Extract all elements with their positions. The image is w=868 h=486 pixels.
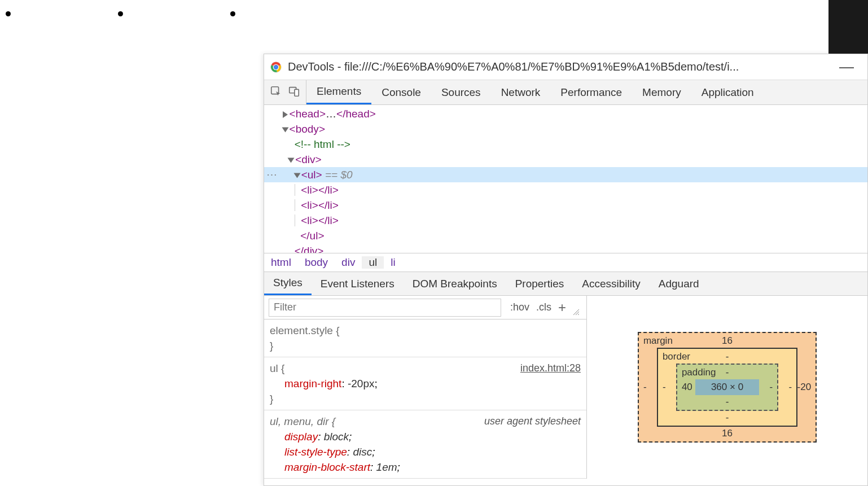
box-model[interactable]: margin 16 16 - -20 border - - - - paddin… [638, 332, 817, 443]
tree-node-li[interactable]: <li></li> [264, 198, 867, 213]
rule-ul[interactable]: ul {index.html:28 margin-right: -20px; } [264, 357, 586, 410]
breadcrumb-ul[interactable]: ul [362, 256, 384, 269]
chrome-icon [270, 61, 282, 73]
resize-corner-icon[interactable] [573, 307, 580, 313]
tab-adguard[interactable]: Adguard [650, 272, 708, 295]
tab-console[interactable]: Console [371, 80, 431, 104]
tab-dom-breakpoints[interactable]: DOM Breakpoints [404, 272, 506, 295]
page-bullets [0, 0, 868, 28]
filter-extras: :hov .cls + [503, 300, 586, 316]
rule-ua[interactable]: ul, menu, dir {user agent stylesheet dis… [264, 410, 586, 479]
tab-network[interactable]: Network [491, 80, 551, 104]
tab-event-listeners[interactable]: Event Listeners [312, 272, 404, 295]
plus-icon[interactable]: + [558, 300, 566, 316]
bullet [230, 11, 235, 16]
tab-accessibility[interactable]: Accessibility [573, 272, 649, 295]
tool-icons [264, 80, 306, 104]
tree-node-body[interactable]: <body> [264, 121, 867, 137]
tree-node-div-close[interactable]: </div> [264, 243, 867, 253]
box-margin: margin 16 16 - -20 border - - - - paddin… [638, 332, 817, 443]
cls-toggle[interactable]: .cls [536, 301, 551, 313]
sub-tabs: Styles Event Listeners DOM Breakpoints P… [264, 272, 867, 296]
tab-memory[interactable]: Memory [632, 80, 691, 104]
bullet [6, 11, 11, 16]
more-dots-icon[interactable]: ⋯ [266, 167, 277, 182]
minimize-button[interactable]: — [831, 58, 862, 76]
main-tabs: Elements Console Sources Network Perform… [264, 80, 867, 105]
rule-src-ua: user agent stylesheet [484, 414, 581, 429]
tab-properties[interactable]: Properties [506, 272, 573, 295]
inspect-icon[interactable] [270, 85, 282, 100]
tab-elements[interactable]: Elements [306, 80, 371, 104]
svg-rect-6 [295, 89, 299, 96]
tree-node-li[interactable]: <li></li> [264, 213, 867, 228]
svg-point-2 [274, 64, 278, 69]
devtools-window: DevTools - file:///C:/%E6%BA%90%E7%A0%81… [264, 54, 868, 486]
bottom-row: :hov .cls + element.style { } ul {index.… [264, 296, 867, 479]
bullet [118, 11, 123, 16]
box-border: border - - - - padding - - 40 - 360 × 0 [657, 348, 797, 427]
device-icon[interactable] [288, 85, 300, 100]
tab-application[interactable]: Application [691, 80, 764, 104]
window-title: DevTools - file:///C:/%E6%BA%90%E7%A0%81… [288, 60, 831, 73]
tree-node-comment[interactable]: <!-- html --> [264, 137, 867, 152]
breadcrumb-html[interactable]: html [264, 256, 298, 269]
tab-sources[interactable]: Sources [431, 80, 491, 104]
breadcrumb-div[interactable]: div [335, 256, 362, 269]
tree-node-li[interactable]: <li></li> [264, 182, 867, 198]
breadcrumb-body[interactable]: body [298, 256, 335, 269]
tree-node-ul-close[interactable]: </ul> [264, 228, 867, 243]
box-content: 360 × 0 [695, 379, 759, 395]
filter-row: :hov .cls + [264, 296, 586, 319]
titlebar: DevTools - file:///C:/%E6%BA%90%E7%A0%81… [264, 54, 867, 80]
tab-performance[interactable]: Performance [550, 80, 632, 104]
filter-input[interactable] [269, 299, 501, 317]
tree-node-ul-selected[interactable]: ⋯ <ul> == $0 [264, 167, 867, 182]
elements-tree[interactable]: <head>…</head> <body> <!-- html --> <div… [264, 105, 867, 253]
breadcrumb: html body div ul li [264, 253, 867, 272]
box-padding: padding - - 40 - 360 × 0 [676, 364, 778, 411]
dark-strip [828, 0, 868, 55]
rule-src-link[interactable]: index.html:28 [520, 361, 581, 376]
box-model-column: margin 16 16 - -20 border - - - - paddin… [587, 296, 867, 479]
tree-node-head[interactable]: <head>…</head> [264, 106, 867, 121]
tree-node-div[interactable]: <div> [264, 152, 867, 167]
breadcrumb-li[interactable]: li [384, 256, 402, 269]
styles-column: :hov .cls + element.style { } ul {index.… [264, 296, 587, 479]
tab-styles[interactable]: Styles [264, 272, 312, 295]
rule-element-style[interactable]: element.style { } [264, 319, 586, 357]
hov-toggle[interactable]: :hov [510, 301, 529, 313]
